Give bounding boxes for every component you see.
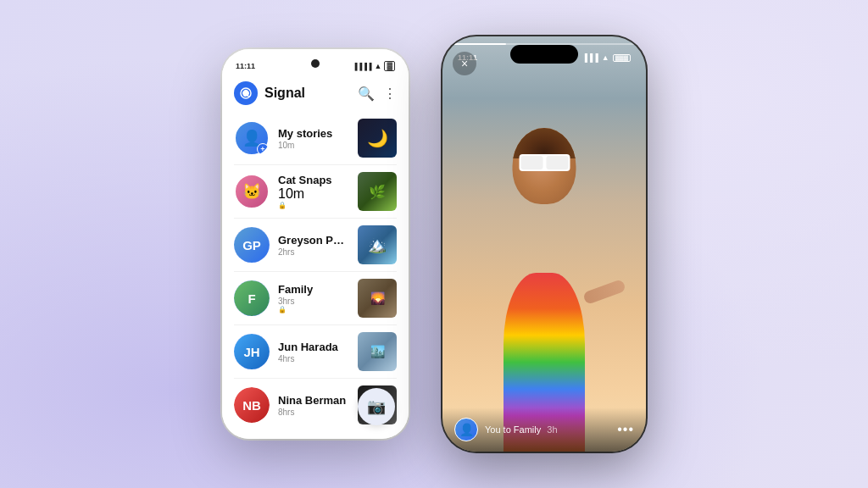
story-info: Nina Berman 8hrs: [278, 394, 349, 417]
app-title: Signal: [264, 86, 358, 101]
header-icons[interactable]: 🔍 ⋮: [358, 86, 397, 102]
close-icon: ×: [461, 57, 468, 70]
story-meta: 8hrs: [278, 408, 349, 417]
story-meta: 10m: [278, 186, 349, 202]
close-button[interactable]: ×: [453, 52, 476, 75]
story-background: [442, 36, 646, 452]
android-phone: 11:11 ▐▐▐▐ ▲ ▓ Signal 🔍 ⋮: [222, 49, 409, 439]
iphone-signal-icon: ▐▐▐: [582, 53, 598, 62]
story-fullscreen: 11:11 ▐▐▐ ▲ ▓▓▓ × 👤 Y: [442, 36, 646, 452]
avatar: 🐱: [234, 174, 270, 209]
dynamic-island: [510, 45, 578, 64]
story-thumb: 🌄: [358, 279, 397, 318]
status-icons: ▐▐▐▐ ▲ ▓: [353, 61, 395, 71]
wifi-icon: ▲: [375, 62, 382, 70]
list-item[interactable]: 🐱 Cat Snaps 10m 🔒 🌿: [222, 165, 409, 218]
story-meta: 3hrs: [278, 297, 349, 306]
camera-fab[interactable]: 📷: [358, 388, 395, 425]
search-icon[interactable]: 🔍: [358, 86, 375, 102]
avatar: 👤 +: [234, 120, 270, 156]
avatar: F: [234, 280, 270, 316]
iphone-wifi-icon: ▲: [602, 53, 609, 62]
story-sender-text: You to Family 3h: [485, 424, 610, 435]
iphone: 11:11 ▐▐▐ ▲ ▓▓▓ × 👤 Y: [442, 36, 646, 452]
story-name: My stories: [278, 127, 349, 140]
iphone-status-icons: ▐▐▐ ▲ ▓▓▓: [582, 48, 631, 62]
avatar: GP: [234, 227, 270, 263]
story-bottom-bar: 👤 You to Family 3h •••: [442, 408, 646, 452]
phones-container: 11:11 ▐▐▐▐ ▲ ▓ Signal 🔍 ⋮: [222, 36, 646, 452]
android-header: Signal 🔍 ⋮: [222, 75, 409, 112]
more-button[interactable]: •••: [617, 422, 634, 437]
story-info: Family 3hrs 🔒: [278, 283, 349, 313]
avatar: JH: [234, 334, 270, 369]
iphone-battery-icon: ▓▓▓: [613, 54, 631, 62]
story-info: My stories 10m: [278, 127, 349, 150]
story-thumb: 🏙️: [358, 332, 397, 371]
camera-icon: 📷: [367, 397, 386, 416]
story-name: Greyson Parrelli: [278, 234, 349, 247]
story-name: Jun Harada: [278, 341, 349, 353]
story-name: Family: [278, 283, 349, 296]
story-thumb: 🏔️: [358, 225, 397, 264]
story-sender-avatar: 👤: [454, 418, 478, 441]
story-thumb: 🌙: [358, 119, 397, 158]
story-thumb: 🌿: [358, 172, 397, 211]
story-info: Jun Harada 4hrs: [278, 341, 349, 363]
signal-logo: [234, 81, 258, 105]
signal-icon: ▐▐▐▐: [353, 63, 372, 70]
story-info: Greyson Parrelli 2hrs: [278, 234, 349, 257]
avatar: NB: [234, 387, 270, 423]
story-name: Cat Snaps: [278, 174, 349, 186]
story-meta: 2hrs: [278, 247, 349, 257]
android-status-bar: 11:11 ▐▐▐▐ ▲ ▓: [222, 49, 409, 75]
battery-icon: ▓: [384, 61, 395, 71]
add-story-badge: +: [257, 143, 269, 155]
android-time: 11:11: [236, 62, 255, 70]
story-time: 3h: [547, 424, 557, 435]
list-item[interactable]: JH Jun Harada 4hrs 🏙️: [222, 325, 409, 378]
story-info: Cat Snaps 10m 🔒: [278, 174, 349, 209]
list-item[interactable]: F Family 3hrs 🔒 🌄: [222, 272, 409, 324]
list-item[interactable]: GP Greyson Parrelli 2hrs 🏔️: [222, 219, 409, 271]
story-meta: 10m: [278, 141, 349, 150]
story-name: Nina Berman: [278, 394, 349, 407]
list-item[interactable]: 👤 + My stories 10m 🌙: [222, 112, 409, 164]
story-meta: 4hrs: [278, 354, 349, 363]
more-icon[interactable]: ⋮: [383, 86, 397, 102]
